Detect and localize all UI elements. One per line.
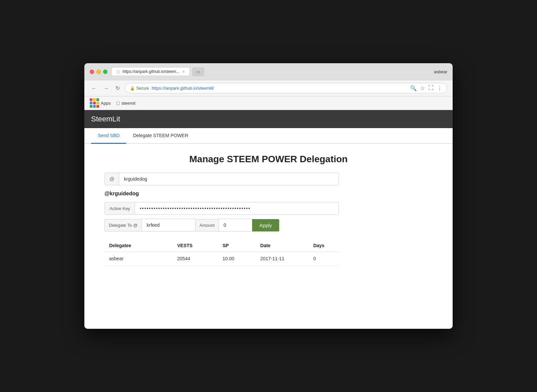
col-header-days: Days <box>309 239 339 252</box>
traffic-lights <box>90 70 107 74</box>
table-header-row: Delegatee VESTS SP Date Days <box>104 239 339 252</box>
url-text: https://ianpark.github.io/steemlit/ <box>152 86 214 91</box>
browser-user: asbear <box>434 69 447 74</box>
browser-window: ▢ https://ianpark.github.io/steem... ✕ ▭… <box>84 63 453 329</box>
steemit-favicon: ▢ <box>116 101 120 105</box>
address-bar: ← → ↻ 🔒 Secure https://ianpark.github.io… <box>84 80 453 96</box>
tab-delegate-label: Delegate STEEM POWER <box>133 133 188 138</box>
tab-close-icon[interactable]: ✕ <box>182 70 185 74</box>
back-button[interactable]: ← <box>90 85 98 92</box>
amount-label: Amount <box>195 219 219 231</box>
secure-badge: 🔒 Secure <box>130 86 149 91</box>
bookmark-icon[interactable]: ☆ <box>420 85 425 91</box>
delegate-to-label: Delegate To @ <box>104 219 142 231</box>
minimize-button[interactable] <box>96 70 101 74</box>
username-row: @ <box>104 173 339 185</box>
app-header: SteemLit <box>84 110 453 128</box>
apps-label: Apps <box>101 101 111 106</box>
cell-date: 2017-11-11 <box>256 252 309 266</box>
col-header-vests: VESTS <box>172 239 218 252</box>
page-tabs: Send SBD Delegate STEEM POWER <box>84 128 453 144</box>
url-actions: 🔍 ☆ ⛶ ⋮ <box>410 85 442 91</box>
active-key-row: Active Key <box>104 202 339 215</box>
url-bar[interactable]: 🔒 Secure https://ianpark.github.io/steem… <box>125 83 447 93</box>
active-key-label: Active Key <box>105 203 135 214</box>
col-header-delegatee: Delegatee <box>104 239 172 252</box>
apps-bookmark[interactable]: Apps <box>90 98 111 108</box>
tab-send-sbd-label: Send SBD <box>98 133 120 138</box>
delegate-to-input[interactable] <box>142 219 195 231</box>
col-header-sp: SP <box>218 239 256 252</box>
app-title: SteemLit <box>91 115 120 123</box>
tab-favicon: ▢ <box>117 70 120 74</box>
delegate-row: Delegate To @ Amount Apply <box>104 219 339 231</box>
col-header-date: Date <box>256 239 309 252</box>
table-row: asbear 20544 10.00 2017-11-11 0 <box>104 252 339 266</box>
bookmarks-bar: Apps ▢ steemit <box>84 96 453 110</box>
user-label: @krguidedog <box>104 191 433 197</box>
forward-button[interactable]: → <box>102 85 110 92</box>
tab-bar: ▢ https://ianpark.github.io/steem... ✕ ▭ <box>111 67 430 76</box>
content-area: Send SBD Delegate STEEM POWER Manage STE… <box>84 128 453 329</box>
tab-delegate-steem-power[interactable]: Delegate STEEM POWER <box>126 128 195 144</box>
page-heading: Manage STEEM POWER Delegation <box>104 154 433 165</box>
active-key-input[interactable] <box>135 202 338 214</box>
menu-icon[interactable]: ⋮ <box>437 85 442 91</box>
new-tab-button[interactable]: ▭ <box>193 68 204 76</box>
steemit-bookmark[interactable]: ▢ steemit <box>116 101 136 106</box>
delegation-table: Delegatee VESTS SP Date Days asbear 2054… <box>104 239 339 266</box>
main-content: Manage STEEM POWER Delegation @ @krguide… <box>84 144 453 286</box>
amount-input[interactable] <box>219 219 252 231</box>
secure-label: Secure <box>136 86 149 91</box>
reload-button[interactable]: ↻ <box>114 84 122 92</box>
cell-days: 0 <box>309 252 339 266</box>
cell-sp: 10.00 <box>218 252 256 266</box>
browser-tab[interactable]: ▢ https://ianpark.github.io/steem... ✕ <box>111 67 190 76</box>
apply-button[interactable]: Apply <box>252 219 280 231</box>
lock-icon: 🔒 <box>130 86 135 91</box>
maximize-button[interactable] <box>103 70 107 74</box>
at-prefix: @ <box>105 173 119 185</box>
fullscreen-icon[interactable]: ⛶ <box>428 85 434 91</box>
apps-grid-icon <box>90 98 99 108</box>
cell-vests: 20544 <box>172 252 218 266</box>
title-bar: ▢ https://ianpark.github.io/steem... ✕ ▭… <box>84 63 453 80</box>
search-icon[interactable]: 🔍 <box>410 85 417 91</box>
close-button[interactable] <box>90 70 94 74</box>
steemit-label: steemit <box>122 101 136 106</box>
username-input[interactable] <box>119 173 338 185</box>
tab-send-sbd[interactable]: Send SBD <box>91 128 126 144</box>
cell-delegatee: asbear <box>104 252 172 266</box>
tab-title: https://ianpark.github.io/steem... <box>123 69 179 74</box>
